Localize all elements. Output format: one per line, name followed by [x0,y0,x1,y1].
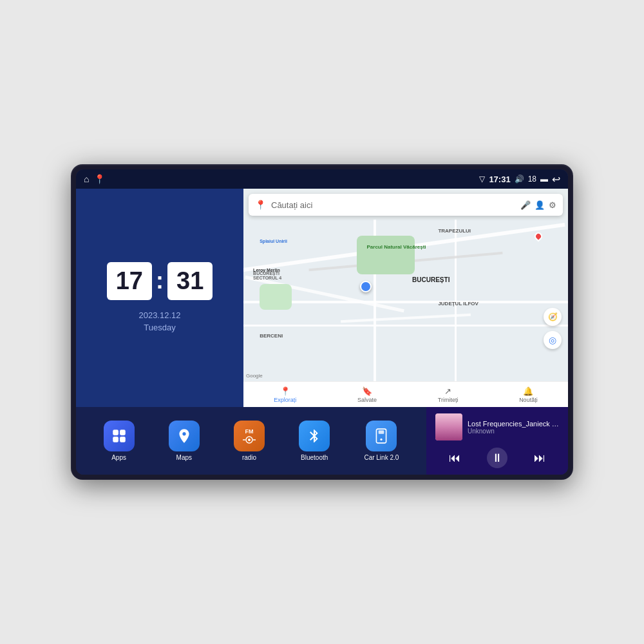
share-icon: ↗ [444,386,451,396]
clock-widget: 17 : 31 2023.12.12 Tuesday [76,189,243,407]
music-artist: Unknown [468,428,559,435]
music-thumbnail [435,413,462,440]
apps-icon-img [104,421,135,451]
map-search-icons: 🎤 👤 ⚙ [520,200,556,210]
clock-hour: 17 [107,262,152,300]
map-area: Parcul Natural Văcărești BUCUREȘTI JUDEȚ… [243,220,568,381]
bucuresti-label: BUCUREȘTI [412,276,450,283]
news-icon: 🔔 [523,386,533,396]
apps-label: Apps [111,454,126,461]
sector-label: BUCUREȘTISECTORUL 4 [253,271,281,280]
music-play-button[interactable]: ⏸ [487,448,507,468]
svg-rect-3 [120,437,126,442]
map-location-dot [360,281,372,292]
music-controls: ⏮ ⏸ ⏭ [435,448,559,468]
car-display-device: ⌂ 📍 ▽ 17:31 🔊 18 ▬ ↩ 17 : [71,164,573,480]
ilfov-label: JUDEȚUL ILFOV [438,301,478,307]
trapezului-label: TRAPEZULUI [438,228,471,234]
apps-panel: Apps Maps FM [76,407,426,475]
park-label: Parcul Natural Văcărești [367,244,426,250]
music-info: Lost Frequencies_Janieck Devy-... Unknow… [435,413,559,440]
svg-rect-2 [113,437,118,442]
map-nav-share[interactable]: ↗ Trimiteți [438,386,459,403]
clock-display: 17 : 31 [107,262,213,300]
signal-icon: ▽ [479,175,485,184]
status-bar: ⌂ 📍 ▽ 17:31 🔊 18 ▬ ↩ [76,169,568,189]
mic-icon[interactable]: 🎤 [520,200,531,210]
berceni-label: BERCENI [260,333,283,339]
map-nav: 📍 Explorați 🔖 Salvate ↗ Trimiteți 🔔 [243,381,568,407]
app-icon-bluetooth[interactable]: Bluetooth [299,421,330,461]
svg-rect-0 [113,430,118,435]
app-icon-maps[interactable]: Maps [169,421,200,461]
status-time: 17:31 [489,175,510,184]
map-nav-explore[interactable]: 📍 Explorați [274,386,296,403]
music-next-button[interactable]: ⏭ [534,451,545,465]
svg-point-10 [381,439,383,440]
status-right-info: ▽ 17:31 🔊 18 ▬ ↩ [479,173,560,185]
main-content: 17 : 31 2023.12.12 Tuesday 📍 Căutați aic… [76,189,568,475]
carlink-icon-img [366,421,397,451]
clock-colon: : [156,267,164,294]
svg-rect-1 [120,430,126,435]
svg-rect-9 [379,430,384,433]
clock-date: 2023.12.12 Tuesday [138,309,180,334]
svg-point-5 [248,439,251,441]
carlink-label: Car Link 2.0 [364,454,399,461]
top-panel: 17 : 31 2023.12.12 Tuesday 📍 Căutați aic… [76,189,568,407]
map-destination-pin [533,231,544,242]
maps-icon-img [169,421,200,451]
explore-icon: 📍 [280,386,290,396]
app-icon-carlink[interactable]: Car Link 2.0 [364,421,399,461]
google-watermark: Google [246,373,263,379]
battery-icon: ▬ [540,175,548,184]
map-nav-news[interactable]: 🔔 Noutăți [519,386,538,403]
music-player: Lost Frequencies_Janieck Devy-... Unknow… [426,407,568,475]
battery-level: 18 [528,175,536,184]
home-icon[interactable]: ⌂ [84,174,89,184]
maps-label: Maps [176,454,192,461]
maps-icon[interactable]: 📍 [94,174,105,184]
map-pin-icon: 📍 [255,200,266,210]
radio-icon-img: FM [234,421,265,451]
bottom-panel: Apps Maps FM [76,407,568,475]
bluetooth-label: Bluetooth [301,454,328,461]
app-icon-apps[interactable]: Apps [104,421,135,461]
app-icon-radio[interactable]: FM radio [234,421,265,461]
splaiul-label: Splaiul Unirii [260,239,287,243]
volume-icon: 🔊 [515,175,524,184]
map-compass-btn[interactable]: 🧭 [544,308,562,326]
music-title: Lost Frequencies_Janieck Devy-... [468,420,559,428]
bluetooth-icon-img [299,421,330,451]
music-prev-button[interactable]: ⏮ [449,451,460,465]
music-text: Lost Frequencies_Janieck Devy-... Unknow… [468,420,559,435]
map-search-text[interactable]: Căutați aici [271,200,515,210]
account-icon[interactable]: 👤 [535,200,545,210]
map-widget[interactable]: 📍 Căutați aici 🎤 👤 ⚙ [243,189,568,407]
back-icon[interactable]: ↩ [552,173,560,185]
saved-icon: 🔖 [362,386,372,396]
status-left-icons: ⌂ 📍 [84,174,105,184]
map-nav-saved[interactable]: 🔖 Salvate [357,386,377,403]
map-location-btn[interactable]: ◎ [544,331,562,349]
clock-minute: 31 [167,262,213,300]
device-screen: ⌂ 📍 ▽ 17:31 🔊 18 ▬ ↩ 17 : [76,169,568,475]
map-search-bar[interactable]: 📍 Căutați aici 🎤 👤 ⚙ [249,194,563,216]
radio-label: radio [242,454,256,461]
settings-icon[interactable]: ⚙ [549,200,556,210]
